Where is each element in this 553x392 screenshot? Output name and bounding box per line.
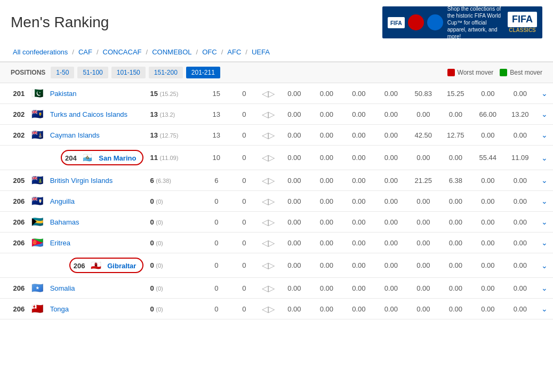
- expand-button[interactable]: ⌄: [541, 218, 548, 226]
- rank-cell: 206 🇬🇮 Gibraltar: [0, 253, 147, 278]
- country-cell[interactable]: Cayman Islands: [47, 125, 147, 146]
- country-cell[interactable]: Somalia: [47, 278, 147, 299]
- val-c2: 0.00: [310, 104, 343, 125]
- points-cell: 0 (0): [147, 253, 202, 278]
- col1-cell: 13: [203, 104, 230, 125]
- country-cell[interactable]: Turks and Caicos Islands: [47, 104, 147, 125]
- col2-cell: 0: [230, 83, 258, 104]
- col1-cell: 6: [203, 170, 230, 191]
- confederation-caf[interactable]: CAF: [76, 47, 94, 57]
- val-c5: 0.00: [407, 233, 440, 253]
- val-c1: 0.00: [278, 212, 311, 233]
- col2-cell: 0: [230, 146, 258, 170]
- val-c6: 0.00: [439, 278, 472, 299]
- expand-button[interactable]: ⌄: [541, 197, 548, 205]
- val-c3: 0.00: [343, 212, 375, 233]
- val-c5: 0.00: [407, 212, 440, 233]
- country-link[interactable]: Cayman Islands: [50, 131, 100, 139]
- expand-button[interactable]: ⌄: [541, 131, 548, 139]
- expand-button[interactable]: ⌄: [541, 238, 548, 247]
- country-cell[interactable]: Anguilla: [47, 191, 147, 212]
- expand-button[interactable]: ⌄: [541, 154, 548, 162]
- points-cell: 11 (11.09): [147, 146, 202, 170]
- col1-cell: 0: [203, 278, 230, 299]
- flag-icon: 🇧🇸: [31, 217, 43, 227]
- position-tab-51-100[interactable]: 51-100: [77, 67, 108, 78]
- points-cell: 0 (0): [147, 212, 202, 233]
- expand-button[interactable]: ⌄: [541, 284, 548, 292]
- arrow-cell: ◁▷: [258, 299, 278, 319]
- country-link[interactable]: Pakistan: [50, 90, 77, 98]
- confederation-all[interactable]: All confederations: [11, 47, 70, 57]
- expand-cell[interactable]: ⌄: [536, 146, 553, 170]
- val-c3: 0.00: [343, 170, 375, 191]
- expand-cell[interactable]: ⌄: [536, 125, 553, 146]
- arrow-cell: ◁▷: [258, 253, 278, 278]
- val-c2: 0.00: [310, 212, 343, 233]
- arrow-cell: ◁▷: [258, 146, 278, 170]
- country-link[interactable]: Bahamas: [50, 218, 79, 226]
- move-icon: ◁▷: [262, 284, 275, 293]
- fifa-classics: CLASSICS: [509, 27, 536, 33]
- expand-cell[interactable]: ⌄: [536, 253, 553, 278]
- points-cell: 15 (15.25): [147, 83, 202, 104]
- country-link[interactable]: Tonga: [50, 305, 69, 313]
- expand-cell[interactable]: ⌄: [536, 83, 553, 104]
- move-icon: ◁▷: [262, 305, 275, 314]
- confederation-uefa[interactable]: UEFA: [250, 47, 272, 57]
- position-tab-1-50[interactable]: 1-50: [51, 67, 74, 78]
- col1-cell: 0: [203, 299, 230, 319]
- val-c8: 0.00: [504, 299, 536, 319]
- val-c8: 0.00: [504, 253, 536, 278]
- expand-cell[interactable]: ⌄: [536, 278, 553, 299]
- val-c5: 0.00: [407, 191, 440, 212]
- val-c6: 0.00: [439, 212, 472, 233]
- expand-button[interactable]: ⌄: [541, 110, 548, 118]
- expand-button[interactable]: ⌄: [541, 89, 548, 98]
- country-link[interactable]: Turks and Caicos Islands: [50, 110, 127, 118]
- val-c3: 0.00: [343, 253, 375, 278]
- confederation-ofc[interactable]: OFC: [200, 47, 219, 57]
- country-link[interactable]: Somalia: [50, 284, 75, 292]
- val-c7: 0.00: [472, 83, 504, 104]
- val-c8: 13.20: [504, 104, 536, 125]
- country-cell[interactable]: British Virgin Islands: [47, 170, 147, 191]
- country-link[interactable]: Anguilla: [50, 197, 75, 205]
- fifa-advertisement[interactable]: FIFA Shop the collections of the histori…: [382, 6, 542, 38]
- country-cell[interactable]: Tonga: [47, 299, 147, 319]
- val-c7: 0.00: [472, 191, 504, 212]
- expand-button[interactable]: ⌄: [541, 305, 548, 313]
- arrow-cell: ◁▷: [258, 212, 278, 233]
- confederation-navigation: All confederations / CAF / CONCACAF / CO…: [0, 43, 553, 62]
- expand-cell[interactable]: ⌄: [536, 212, 553, 233]
- val-c1: 0.00: [278, 104, 311, 125]
- country-cell[interactable]: Pakistan: [47, 83, 147, 104]
- val-c6: 0.00: [439, 253, 472, 278]
- val-c3: 0.00: [343, 191, 375, 212]
- best-mover-box: [500, 69, 507, 76]
- country-cell[interactable]: Eritrea: [47, 233, 147, 253]
- arrow-cell: ◁▷: [258, 233, 278, 253]
- position-tab-201-211[interactable]: 201-211: [186, 67, 220, 78]
- separator: /: [221, 48, 223, 56]
- flag-icon: 🇰🇾: [31, 130, 43, 140]
- country-link[interactable]: British Virgin Islands: [50, 177, 113, 185]
- country-cell[interactable]: Bahamas: [47, 212, 147, 233]
- expand-button[interactable]: ⌄: [541, 176, 548, 185]
- position-tab-151-200[interactable]: 151-200: [149, 67, 183, 78]
- confederation-concacaf[interactable]: CONCACAF: [101, 47, 144, 57]
- expand-cell[interactable]: ⌄: [536, 191, 553, 212]
- confederation-conmebol[interactable]: CONMEBOL: [150, 47, 194, 57]
- expand-cell[interactable]: ⌄: [536, 233, 553, 253]
- confederation-afc[interactable]: AFC: [225, 47, 243, 57]
- col1-cell: 15: [203, 83, 230, 104]
- expand-button[interactable]: ⌄: [541, 261, 548, 270]
- country-link[interactable]: Eritrea: [50, 239, 70, 247]
- val-c1: 0.00: [278, 170, 311, 191]
- position-tab-101-150[interactable]: 101-150: [111, 67, 146, 78]
- expand-cell[interactable]: ⌄: [536, 170, 553, 191]
- val-c2: 0.00: [310, 278, 343, 299]
- expand-cell[interactable]: ⌄: [536, 104, 553, 125]
- val-c8: 0.00: [504, 278, 536, 299]
- expand-cell[interactable]: ⌄: [536, 299, 553, 319]
